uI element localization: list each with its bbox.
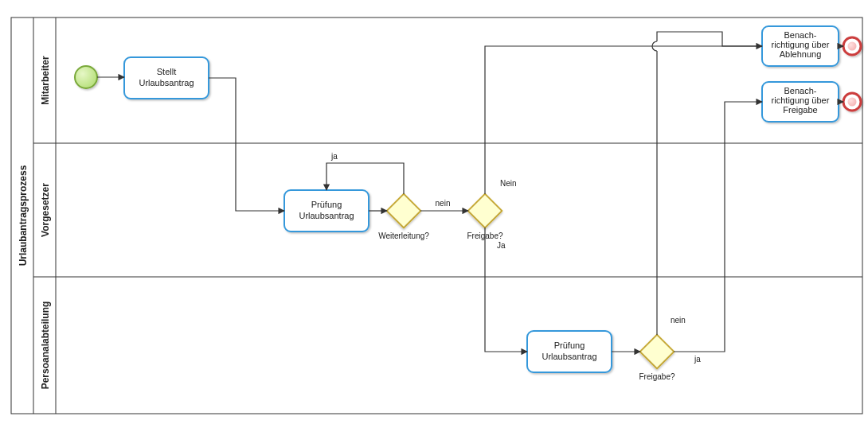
svg-text:richtigung über: richtigung über — [772, 95, 830, 105]
flow-g3-yes-to-approve — [674, 102, 762, 352]
svg-text:Prüfung: Prüfung — [311, 200, 342, 209]
lane-hr-label: Persoanalabteilung — [40, 302, 51, 390]
gateway-approve-hr: Freigabe? — [639, 335, 674, 381]
lane-supervisor-label: Vorgesetzer — [40, 183, 51, 237]
svg-text:Prüfung: Prüfung — [554, 340, 585, 350]
svg-rect-24 — [468, 194, 502, 228]
label-g3-yes: ja — [694, 355, 701, 364]
start-event — [75, 66, 97, 88]
task-review-supervisor: Prüfung Urlaubsantrag — [284, 190, 369, 232]
svg-text:Urlaubsantrag: Urlaubsantrag — [139, 78, 194, 88]
task-notify-reject: Benach- richtigung über Ablehnung — [762, 26, 839, 66]
label-g2-no: Nein — [500, 179, 517, 188]
svg-text:Freigabe?: Freigabe? — [639, 372, 674, 381]
svg-text:Urlaubsantrag: Urlaubsantrag — [542, 352, 596, 361]
end-event-reject — [843, 37, 861, 55]
label-g3-no: nein — [671, 316, 686, 325]
label-g2-yes: Ja — [497, 241, 506, 250]
svg-text:Ablehnung: Ablehnung — [780, 49, 822, 59]
svg-point-12 — [848, 42, 857, 51]
svg-text:Freigabe: Freigabe — [783, 105, 817, 115]
task-notify-approve: Benach- richtigung über Freigabe — [762, 82, 839, 122]
flow-g2-yes-to-hr — [485, 228, 527, 352]
flow-submit-to-review1 — [209, 78, 284, 211]
bpmn-diagram: Urlaubantragsprozess Mitarbeiter Vorgese… — [0, 0, 868, 428]
svg-text:Weiterleitung?: Weiterleitung? — [378, 232, 429, 240]
svg-point-18 — [848, 98, 857, 107]
svg-rect-22 — [387, 194, 420, 228]
svg-text:Stellt: Stellt — [157, 67, 176, 76]
pool-title: Urlaubantragsprozess — [18, 165, 29, 266]
gateway-forward: Weiterleitung? — [378, 194, 429, 240]
label-g1-no: nein — [436, 199, 451, 208]
svg-text:Urlaubsantrag: Urlaubsantrag — [299, 211, 354, 220]
svg-text:Benach-: Benach- — [784, 30, 817, 40]
task-submit: Stellt Urlaubsantrag — [124, 57, 209, 99]
label-g1-yes: ja — [330, 152, 338, 161]
svg-rect-29 — [640, 335, 674, 368]
svg-text:richtigung über: richtigung über — [772, 40, 830, 49]
svg-text:Benach-: Benach- — [784, 86, 817, 95]
task-review-hr: Prüfung Urlaubsantrag — [527, 331, 612, 372]
flow-g2-no-to-reject — [485, 46, 762, 194]
flow-g3-no-merge — [657, 32, 762, 46]
end-event-approve — [843, 93, 861, 111]
lane-employee-label: Mitarbeiter — [40, 56, 51, 105]
